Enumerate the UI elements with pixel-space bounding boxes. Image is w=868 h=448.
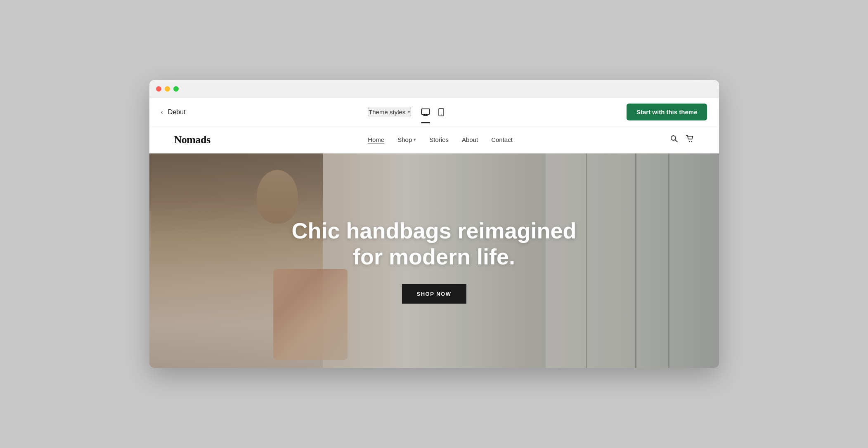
view-icons	[421, 108, 444, 116]
svg-point-8	[689, 141, 690, 142]
nav-item-contact[interactable]: Contact	[491, 136, 513, 144]
nav-link-about[interactable]: About	[462, 136, 478, 143]
shop-chevron-icon: ▾	[414, 137, 416, 142]
site-nav-links: Home Shop ▾ Stories About Contact	[368, 136, 513, 144]
nav-link-shop[interactable]: Shop ▾	[397, 136, 416, 143]
traffic-lights	[156, 86, 179, 92]
browser-window: ‹ Debut Theme styles ▾	[149, 80, 719, 368]
svg-point-5	[441, 114, 442, 115]
nav-item-stories[interactable]: Stories	[429, 136, 449, 144]
cart-icon[interactable]	[686, 134, 694, 145]
search-icon[interactable]	[670, 134, 678, 145]
back-arrow-icon[interactable]: ‹	[161, 108, 163, 116]
app-toolbar: ‹ Debut Theme styles ▾	[149, 98, 719, 126]
hero-content: Chic handbags reimagined for modern life…	[149, 153, 719, 368]
site-nav-icons	[670, 134, 694, 145]
nav-link-stories[interactable]: Stories	[429, 136, 449, 143]
desktop-view-button[interactable]	[421, 108, 430, 116]
hero-section: Chic handbags reimagined for modern life…	[149, 153, 719, 368]
nav-item-about[interactable]: About	[462, 136, 478, 144]
svg-point-9	[691, 141, 692, 142]
toolbar-center: Theme styles ▾	[368, 108, 444, 116]
toolbar-center-top: Theme styles ▾	[368, 108, 444, 116]
close-button[interactable]	[156, 86, 161, 92]
maximize-button[interactable]	[173, 86, 179, 92]
hero-cta-button[interactable]: SHOP NOW	[402, 284, 466, 304]
start-theme-button[interactable]: Start with this theme	[627, 104, 707, 120]
nav-item-home[interactable]: Home	[368, 136, 384, 144]
nav-item-shop[interactable]: Shop ▾	[397, 136, 416, 143]
title-bar	[149, 80, 719, 98]
website-preview: Nomads Home Shop ▾ Stories About	[149, 126, 719, 368]
theme-styles-button[interactable]: Theme styles ▾	[368, 108, 411, 116]
hero-title: Chic handbags reimagined for modern life…	[290, 218, 579, 269]
toolbar-right: Start with this theme	[627, 104, 707, 120]
toolbar-left: ‹ Debut	[161, 108, 186, 116]
nav-link-contact[interactable]: Contact	[491, 136, 513, 143]
theme-styles-label: Theme styles	[369, 108, 405, 116]
minimize-button[interactable]	[165, 86, 170, 92]
site-logo: Nomads	[174, 134, 210, 146]
site-nav: Nomads Home Shop ▾ Stories About	[149, 126, 719, 153]
mobile-view-button[interactable]	[438, 108, 444, 116]
theme-name-label: Debut	[168, 108, 186, 116]
svg-rect-0	[421, 109, 430, 114]
svg-point-6	[671, 136, 676, 140]
chevron-down-icon: ▾	[408, 109, 410, 115]
svg-line-7	[675, 140, 677, 142]
nav-link-home[interactable]: Home	[368, 136, 384, 143]
